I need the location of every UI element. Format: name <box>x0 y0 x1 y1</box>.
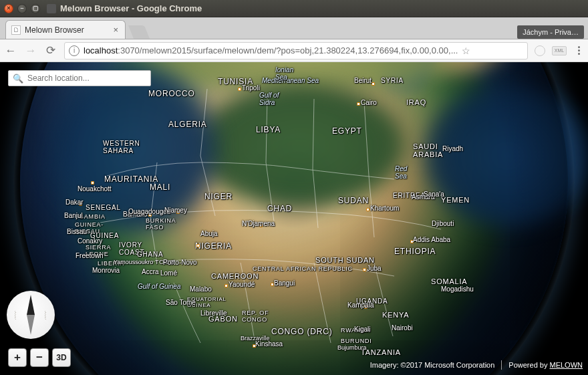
compass-control[interactable]: ⦚ ⦚ <box>7 291 55 339</box>
chrome-app-icon <box>47 4 56 13</box>
chrome-menu-button[interactable] <box>573 46 584 55</box>
city-dot <box>148 213 152 217</box>
url-host: localhost <box>84 45 118 55</box>
window-maximize-button[interactable]: ▢ <box>31 4 40 13</box>
city-dot <box>364 305 368 309</box>
powered-by-prefix: Powered by <box>508 361 549 369</box>
city-dot <box>91 181 94 184</box>
search-box[interactable]: 🔍 <box>8 70 151 86</box>
new-tab-button[interactable] <box>128 25 150 39</box>
powered-by: Powered by MELOWN <box>508 361 583 369</box>
zoom-out-button[interactable]: − <box>30 348 49 367</box>
browser-tabstrip: 🗋 Melown Browser × Jáchym - Priva… <box>0 17 588 39</box>
city-dot <box>372 82 375 86</box>
search-icon: 🔍 <box>13 74 23 84</box>
city-dot <box>79 203 82 206</box>
address-bar[interactable]: i localhost :3070/melown2015/surface/mel… <box>64 42 528 59</box>
separator <box>501 360 502 370</box>
extension-icon[interactable] <box>535 45 545 56</box>
compass-tilt-left-icon: ⦚ <box>13 310 18 320</box>
extension-xml-icon[interactable]: XML <box>552 46 567 55</box>
country-borders <box>0 62 588 375</box>
browser-toolbar: ← → ⟳ i localhost :3070/melown2015/surfa… <box>0 39 588 62</box>
window-close-button[interactable]: × <box>4 4 13 13</box>
city-dot <box>363 268 366 271</box>
window-title: Melown Browser - Google Chrome <box>60 3 202 13</box>
imagery-attribution: Imagery: ©2017 Microsoft Corporation <box>370 361 495 369</box>
browser-tab-active[interactable]: 🗋 Melown Browser × <box>5 20 126 39</box>
compass-tilt-right-icon: ⦚ <box>43 310 48 320</box>
tab-close-icon[interactable]: × <box>113 25 118 35</box>
toggle-3d-button[interactable]: 3D <box>52 348 71 367</box>
profile-badge[interactable]: Jáchym - Priva… <box>517 25 584 39</box>
city-dot <box>176 211 180 214</box>
window-minimize-button[interactable]: – <box>17 4 27 13</box>
tab-title: Melown Browser <box>25 25 84 35</box>
city-dot <box>410 240 414 243</box>
bookmark-star-icon[interactable]: ☆ <box>462 45 470 56</box>
reload-button[interactable]: ⟳ <box>44 44 57 57</box>
city-dot <box>259 224 263 227</box>
city-dot <box>253 344 256 348</box>
map-viewport[interactable]: Mediterranean Sea Ionian Sea Gulf of Sid… <box>0 62 588 375</box>
zoom-controls: + − 3D <box>8 348 71 367</box>
city-dot <box>238 88 241 91</box>
city-dot <box>271 283 274 286</box>
city-dot <box>357 102 360 106</box>
city-dot <box>366 208 370 211</box>
back-button[interactable]: ← <box>4 44 17 57</box>
forward-button[interactable]: → <box>24 44 37 57</box>
window-titlebar: × – ▢ Melown Browser - Google Chrome <box>0 0 588 17</box>
city-dot <box>225 284 228 287</box>
melown-link[interactable]: MELOWN <box>550 361 583 369</box>
search-input[interactable] <box>27 74 146 83</box>
zoom-in-button[interactable]: + <box>8 348 27 367</box>
url-path: :3070/melown2015/surface/melown/dem/?pos… <box>118 45 458 55</box>
map-attribution: Imagery: ©2017 Microsoft Corporation Pow… <box>370 360 583 370</box>
city-dot <box>196 244 200 247</box>
site-info-icon[interactable]: i <box>69 45 80 56</box>
window-controls: × – ▢ <box>4 4 40 13</box>
page-favicon-icon: 🗋 <box>11 25 21 35</box>
